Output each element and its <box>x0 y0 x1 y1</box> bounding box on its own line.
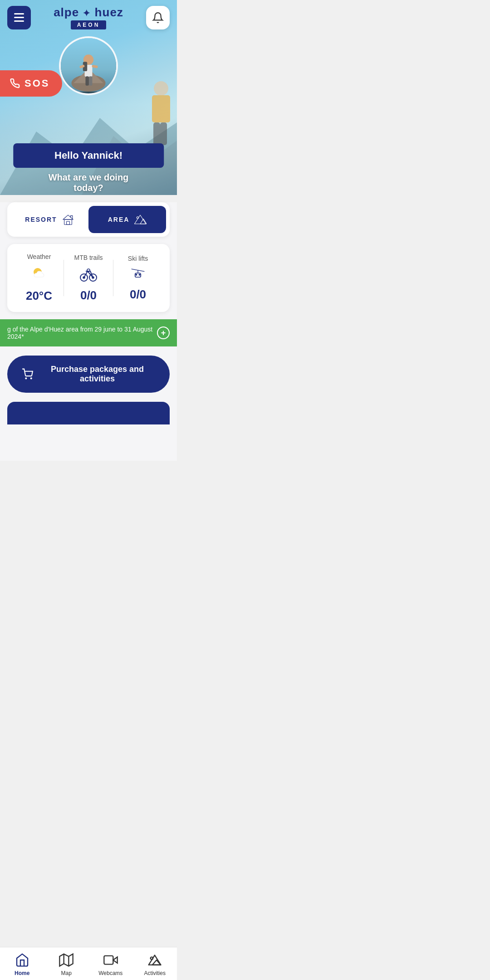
mtb-value: 0/0 <box>80 288 97 302</box>
partial-card <box>7 402 170 424</box>
promo-plus-button[interactable]: + <box>157 327 170 339</box>
avatar <box>59 36 118 95</box>
ski-lifts-item: Ski lifts 0/0 <box>113 255 162 302</box>
purchase-button[interactable]: Purchase packages and activities <box>7 356 170 393</box>
mtb-label: MTB trails <box>74 254 103 261</box>
svg-point-2 <box>154 81 168 96</box>
menu-line2 <box>14 17 24 18</box>
top-nav: alpe ✦ huez AEON <box>0 0 177 35</box>
menu-line3 <box>14 20 24 22</box>
phone-icon <box>10 78 20 88</box>
area-tab-label: AREA <box>108 216 130 223</box>
weather-card: Weather 20°C MTB trails <box>7 244 170 312</box>
bike-icon <box>79 265 98 285</box>
main-content: RESORT AREA Weather <box>0 202 177 461</box>
resort-tab-label: RESORT <box>25 216 57 223</box>
svg-rect-17 <box>64 219 72 224</box>
logo-text: alpe ✦ huez <box>54 5 123 20</box>
svg-rect-4 <box>153 122 160 145</box>
svg-point-31 <box>136 274 137 275</box>
hero-subtitle: What are we doing today? <box>9 172 168 193</box>
sos-label: SOS <box>24 78 49 89</box>
mountain-icon <box>134 213 147 226</box>
resort-icon <box>62 213 74 226</box>
weather-icon <box>29 264 49 285</box>
svg-rect-13 <box>89 76 93 86</box>
svg-rect-18 <box>66 221 69 224</box>
purchase-label: Purchase packages and activities <box>39 365 155 384</box>
bell-icon <box>152 12 164 24</box>
svg-rect-3 <box>152 95 170 122</box>
promo-text: g of the Alpe d'Huez area from 29 june t… <box>7 326 157 340</box>
area-tab[interactable]: AREA <box>88 206 166 233</box>
ski-lifts-label: Ski lifts <box>128 255 148 262</box>
svg-rect-12 <box>85 76 89 86</box>
logo: alpe ✦ huez AEON <box>54 5 123 29</box>
hero-section: alpe ✦ huez AEON SOS <box>0 0 177 195</box>
svg-rect-5 <box>160 122 167 145</box>
tab-switcher: RESORT AREA <box>7 202 170 237</box>
partly-cloudy-icon <box>29 264 49 283</box>
promo-banner[interactable]: g of the Alpe d'Huez area from 29 june t… <box>0 319 177 346</box>
svg-point-33 <box>25 378 26 379</box>
ski-lift-icon <box>130 266 146 284</box>
svg-marker-19 <box>135 215 146 224</box>
svg-point-34 <box>31 378 32 379</box>
greeting-banner: Hello Yannick! <box>13 143 164 168</box>
cart-icon <box>22 368 33 380</box>
weather-label: Weather <box>27 253 51 260</box>
svg-point-32 <box>139 274 140 275</box>
avatar-figure <box>61 38 116 93</box>
mtb-item: MTB trails 0/0 <box>64 254 113 302</box>
logo-subtitle: AEON <box>71 20 107 29</box>
weather-item: Weather 20°C <box>15 253 64 303</box>
weather-value: 20°C <box>26 289 52 303</box>
resort-tab[interactable]: RESORT <box>11 206 88 233</box>
avatar-container <box>59 36 118 95</box>
ski-lifts-value: 0/0 <box>130 288 146 302</box>
sos-button[interactable]: SOS <box>0 70 62 97</box>
menu-button[interactable] <box>7 6 31 29</box>
menu-line1 <box>14 13 24 15</box>
hiker-silhouette <box>61 36 116 93</box>
nav-spacer <box>0 424 177 461</box>
notification-button[interactable] <box>146 6 170 29</box>
